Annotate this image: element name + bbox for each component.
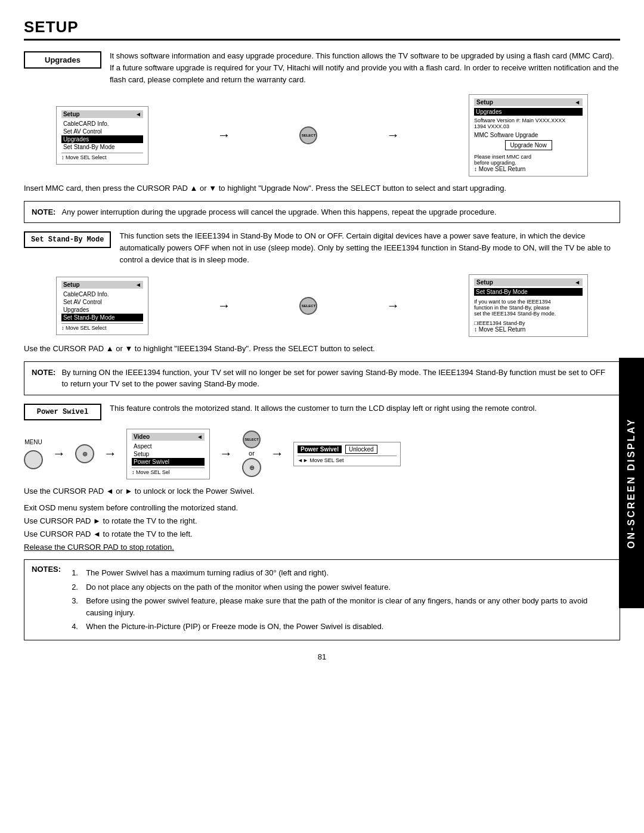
ps-menu1: Video ◄ Aspect Setup Power Swivel ↕ Move… — [126, 429, 210, 479]
standby-menu2-footer: ↕ Move SEL Return — [474, 326, 583, 333]
ps-inst2: Exit OSD menu system before controlling … — [24, 502, 620, 514]
arrow2: → — [382, 128, 404, 143]
swivel-unlocked-box: Power Swivel Unlocked ◄► Move SEL Set — [293, 442, 401, 466]
ps-menu1-item3-selected: Power Swivel — [132, 458, 205, 466]
standby-body3: set the IEEE1394 Stand-By mode. — [474, 311, 583, 317]
ps-note2-num: 2. — [72, 581, 81, 593]
standby-menu2-titlebar: Setup ◄ — [474, 278, 583, 286]
standby-menu2-title: Setup — [476, 279, 493, 286]
arrow1: → — [213, 128, 236, 143]
upgrades-menu2-title: Setup — [476, 99, 493, 106]
insert-mmc-text: Insert MMC card, then press the CURSOR P… — [24, 182, 620, 194]
ps-note2-text: Do not place any objects on the path of … — [86, 581, 391, 593]
standby-arrow1: → — [213, 298, 236, 314]
ps-inst5: Release the CURSOR PAD to stop rotation. — [24, 541, 620, 553]
select-button-group1: SELECT — [299, 126, 317, 144]
ps-menu1-titlebar: Video ◄ — [132, 433, 205, 441]
upgrade-now-button: Upgrade Now — [505, 140, 552, 150]
upgrades-menu2-footer: ↕ Move SEL Return — [474, 166, 583, 172]
upgrades-menu2: Setup ◄ Upgrades Software Version #: Mai… — [469, 94, 588, 176]
standby-description: This function sets the IEEE1394 in Stand… — [119, 230, 620, 266]
ps-note2: 2. Do not place any objects on the path … — [72, 581, 612, 593]
standby-cursor-text: Use the CURSOR PAD ▲ or ▼ to highlight "… — [24, 343, 620, 355]
upgrades-menu2-selected: Upgrades — [474, 108, 583, 116]
upgrades-description: It shows software information and easy u… — [110, 50, 620, 86]
standby-menu1-titlebar: Setup ◄ — [61, 281, 143, 289]
standby-menu1-item1: CableCARD Info. — [61, 290, 143, 298]
ps-arrow2: → — [99, 446, 122, 462]
ps-notes-list: 1. The Power Swivel has a maximum turnin… — [72, 567, 612, 633]
standby-label: Set Stand-By Mode — [24, 231, 111, 248]
ps-button-group: SELECT or ⊕ — [242, 431, 261, 477]
ps-note4: 4. When the Picture-in-Picture (PIP) or … — [72, 621, 612, 633]
upgrades-menu1-titlebar: Setup ◄ — [61, 110, 143, 118]
ps-note1: 1. The Power Swivel has a maximum turnin… — [72, 567, 612, 579]
ps-note4-text: When the Picture-in-Picture (PIP) or Fre… — [86, 621, 383, 633]
upgrades-menu1-item2: Set AV Control — [61, 128, 143, 135]
standby-select-button: SELECT — [299, 297, 317, 315]
upgrades-insert: Please insert MMC card — [474, 154, 583, 160]
upgrades-menu1-item1: CableCARD Info. — [61, 120, 143, 128]
menu-label: MENU — [24, 439, 42, 445]
ps-nav-pad2: ⊕ — [242, 458, 261, 477]
upgrades-label: Upgrades — [24, 51, 101, 69]
standby-menu1-footer: ↕ Move SEL Select — [61, 323, 143, 331]
page-title: SETUP — [24, 18, 620, 41]
standby-menu1-item3: Upgrades — [61, 306, 143, 314]
upgrades-menu1-item4: Set Stand-By Mode — [61, 143, 143, 151]
standby-menu1-title: Setup — [63, 281, 80, 288]
swivel-unlocked-titlebar: Power Swivel Unlocked — [298, 445, 397, 454]
power-swivel-section: Power Swivel This feature controls the m… — [24, 402, 620, 420]
upgrades-before: before upgrading. — [474, 160, 583, 166]
standby-select-group: SELECT — [299, 297, 317, 315]
power-swivel-diagrams: MENU → ⊕ → Video ◄ Aspect Setup Power Sw… — [24, 429, 620, 479]
upgrades-menu2-titlebar: Setup ◄ — [474, 98, 583, 106]
ps-menu1-footer: ↕ Move SEL Sel — [132, 467, 205, 475]
standby-menu1-item2: Set AV Control — [61, 298, 143, 306]
upgrades-section: Upgrades It shows software information a… — [24, 50, 620, 86]
swivel-label-black: Power Swivel — [298, 445, 342, 453]
ps-or-label: or — [249, 450, 255, 457]
ps-menu1-title: Video — [134, 433, 150, 440]
standby-note-box: NOTE: By turning ON the IEEE1394 functio… — [24, 361, 620, 395]
upgrades-menu1-icon: ◄ — [135, 111, 141, 117]
standby-arrow2: → — [382, 298, 404, 314]
upgrades-menu1-item3-selected: Upgrades — [61, 135, 143, 143]
nav-pad: ⊕ — [75, 444, 94, 463]
upgrades-version2: 1394 VXXX.03 — [474, 123, 583, 129]
ps-menu1-item1: Aspect — [132, 442, 205, 450]
standby-diagrams: Setup ◄ CableCARD Info. Set AV Control U… — [24, 274, 620, 337]
upgrades-menu1-title: Setup — [63, 111, 80, 117]
page-number: 81 — [24, 652, 620, 661]
standby-menu2: Setup ◄ Set Stand-By Mode If you want to… — [469, 274, 588, 337]
standby-note-label: NOTE: — [32, 367, 55, 390]
power-swivel-label: Power Swivel — [24, 404, 101, 420]
upgrades-menu1: Setup ◄ CableCARD Info. Set AV Control U… — [56, 106, 148, 165]
unlocked-label: Unlocked — [345, 445, 377, 454]
upgrades-note-label: NOTE: — [32, 206, 55, 218]
standby-checkbox: □IEEE1394 Stand-By — [474, 320, 583, 326]
ps-menu1-icon: ◄ — [197, 433, 203, 440]
ps-arrow4: → — [266, 446, 289, 462]
upgrades-version1: Software Version #: Main VXXX.XXXX — [474, 117, 583, 123]
ps-select-button: SELECT — [243, 431, 261, 448]
standby-menu2-selected: Set Stand-By Mode — [474, 288, 583, 296]
ps-arrow3: → — [215, 446, 237, 462]
ps-inst1: Use the CURSOR PAD ◄ or ► to unlock or l… — [24, 485, 620, 497]
upgrades-menu2-icon: ◄ — [574, 99, 580, 106]
ps-notes-box: NOTES: 1. The Power Swivel has a maximum… — [24, 559, 620, 640]
standby-menu1: Setup ◄ CableCARD Info. Set AV Control U… — [56, 277, 148, 335]
onscreen-sidebar: ON-SCREEN DISPLAY — [619, 358, 644, 608]
ps-instructions: Use the CURSOR PAD ◄ or ► to unlock or l… — [24, 485, 620, 554]
standby-note-text: By turning ON the IEEE1394 function, you… — [61, 367, 612, 390]
ps-note1-num: 1. — [72, 567, 81, 579]
upgrades-menu1-footer: ↕ Move SEL Select — [61, 153, 143, 160]
standby-body2: function in the Stand-By, please — [474, 305, 583, 311]
standby-menu2-icon: ◄ — [574, 279, 580, 286]
ps-note1-text: The Power Swivel has a maximum turning r… — [86, 567, 329, 579]
ps-note3-num: 3. — [72, 595, 81, 618]
ps-menu1-item2: Setup — [132, 450, 205, 458]
menu-circle — [24, 450, 43, 469]
upgrades-note-text: Any power interruption during the upgrad… — [61, 206, 496, 218]
ps-note4-num: 4. — [72, 621, 81, 633]
